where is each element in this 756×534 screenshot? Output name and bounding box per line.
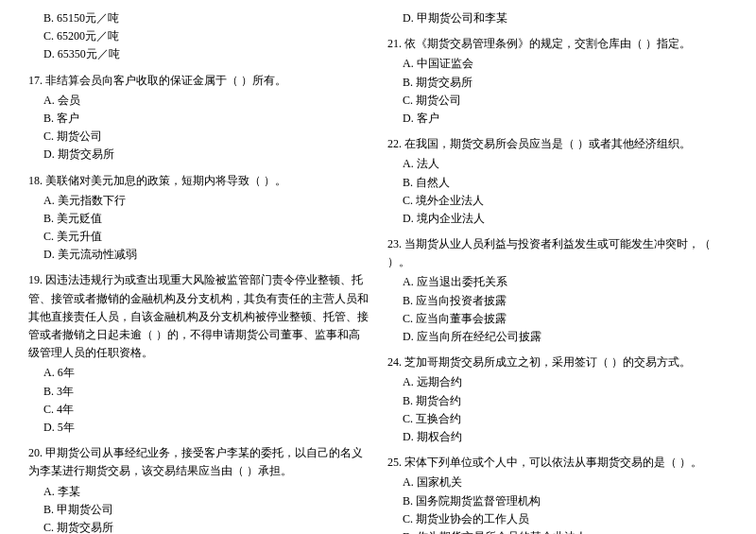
- q24-optB: B. 期货合约: [387, 392, 728, 410]
- q17-optA: A. 会员: [28, 92, 369, 110]
- q23-optC: C. 应当向董事会披露: [387, 310, 728, 328]
- option-C-top-left: C. 65200元／吨: [28, 27, 369, 45]
- q21-optA: A. 中国证监会: [387, 55, 728, 73]
- question-18-text: 18. 美联储对美元加息的政策，短期内将导致（ ）。: [28, 172, 369, 190]
- question-23: 23. 当期货从业人员利益与投资者利益发生或可能发生冲突时，（ ）。 A. 应当…: [387, 235, 728, 346]
- option-D-top-left: D. 65350元／吨: [28, 45, 369, 63]
- option-B-top-left: B. 65150元／吨: [28, 9, 369, 27]
- q25-optD: D. 作为期货交易所会员的某企业法人: [387, 528, 728, 534]
- q22-optB: B. 自然人: [387, 174, 728, 192]
- q25-optC: C. 期货业协会的工作人员: [387, 510, 728, 528]
- question-25-text: 25. 宋体下列单位或个人中，可以依法从事期货交易的是（ ）。: [387, 454, 728, 472]
- question-25: 25. 宋体下列单位或个人中，可以依法从事期货交易的是（ ）。 A. 国家机关 …: [387, 454, 728, 534]
- question-23-text: 23. 当期货从业人员利益与投资者利益发生或可能发生冲突时，（ ）。: [387, 235, 728, 271]
- q18-optD: D. 美元流动性减弱: [28, 246, 369, 264]
- question-19: 19. 因违法违规行为或查出现重大风险被监管部门责令停业整顿、托管、接管或者撤销…: [28, 271, 369, 437]
- q24-optA: A. 远期合约: [387, 373, 728, 391]
- q19-optA: A. 6年: [28, 364, 369, 382]
- q18-optC: C. 美元升值: [28, 228, 369, 246]
- top-options-left: B. 65150元／吨 C. 65200元／吨 D. 65350元／吨: [28, 9, 369, 64]
- q19-optC: C. 4年: [28, 401, 369, 419]
- q17-optB: B. 客户: [28, 110, 369, 128]
- q18-optB: B. 美元贬值: [28, 210, 369, 228]
- q19-optD: D. 5年: [28, 419, 369, 437]
- question-17: 17. 非结算会员向客户收取的保证金属于（ ）所有。 A. 会员 B. 客户 C…: [28, 72, 369, 164]
- q24-optD: D. 期权合约: [387, 428, 728, 446]
- q21-optC: C. 期货公司: [387, 92, 728, 110]
- question-19-text: 19. 因违法违规行为或查出现重大风险被监管部门责令停业整顿、托管、接管或者撤销…: [28, 271, 369, 362]
- question-21-text: 21. 依《期货交易管理条例》的规定，交割仓库由（ ）指定。: [387, 35, 728, 53]
- q21-optB: B. 期货交易所: [387, 74, 728, 92]
- question-20-text: 20. 甲期货公司从事经纪业务，接受客户李某的委托，以自己的名义为李某进行期货交…: [28, 444, 369, 480]
- q17-optD: D. 期货交易所: [28, 146, 369, 164]
- page-content: B. 65150元／吨 C. 65200元／吨 D. 65350元／吨 17. …: [28, 9, 728, 534]
- q22-optD: D. 境内企业法人: [387, 210, 728, 228]
- q17-optC: C. 期货公司: [28, 128, 369, 146]
- q20-optC: C. 期货交易所: [28, 519, 369, 534]
- q24-optC: C. 互换合约: [387, 410, 728, 428]
- question-22-text: 22. 在我国，期货交易所会员应当是（ ）或者其他经济组织。: [387, 135, 728, 153]
- q18-optA: A. 美元指数下行: [28, 192, 369, 210]
- question-17-text: 17. 非结算会员向客户收取的保证金属于（ ）所有。: [28, 72, 369, 90]
- question-18: 18. 美联储对美元加息的政策，短期内将导致（ ）。 A. 美元指数下行 B. …: [28, 172, 369, 265]
- q19-optB: B. 3年: [28, 383, 369, 401]
- question-24-text: 24. 芝加哥期货交易所成立之初，采用签订（ ）的交易方式。: [387, 353, 728, 371]
- q20-optB: B. 甲期货公司: [28, 501, 369, 519]
- q20-optA: A. 李某: [28, 483, 369, 501]
- q23-optD: D. 应当向所在经纪公司披露: [387, 328, 728, 346]
- q21-optD: D. 客户: [387, 110, 728, 128]
- option-D-top-right: D. 甲期货公司和李某: [387, 9, 728, 27]
- q25-optB: B. 国务院期货监督管理机构: [387, 492, 728, 510]
- q22-optC: C. 境外企业法人: [387, 192, 728, 210]
- question-20: 20. 甲期货公司从事经纪业务，接受客户李某的委托，以自己的名义为李某进行期货交…: [28, 444, 369, 534]
- question-21: 21. 依《期货交易管理条例》的规定，交割仓库由（ ）指定。 A. 中国证监会 …: [387, 35, 728, 128]
- column-left: B. 65150元／吨 C. 65200元／吨 D. 65350元／吨 17. …: [28, 9, 369, 534]
- question-22: 22. 在我国，期货交易所会员应当是（ ）或者其他经济组织。 A. 法人 B. …: [387, 135, 728, 228]
- q23-optA: A. 应当退出委托关系: [387, 273, 728, 291]
- q25-optA: A. 国家机关: [387, 474, 728, 491]
- question-24: 24. 芝加哥期货交易所成立之初，采用签订（ ）的交易方式。 A. 远期合约 B…: [387, 353, 728, 446]
- column-right: D. 甲期货公司和李某 21. 依《期货交易管理条例》的规定，交割仓库由（ ）指…: [387, 9, 728, 534]
- q23-optB: B. 应当向投资者披露: [387, 292, 728, 310]
- top-options-right: D. 甲期货公司和李某: [387, 9, 728, 27]
- q22-optA: A. 法人: [387, 155, 728, 173]
